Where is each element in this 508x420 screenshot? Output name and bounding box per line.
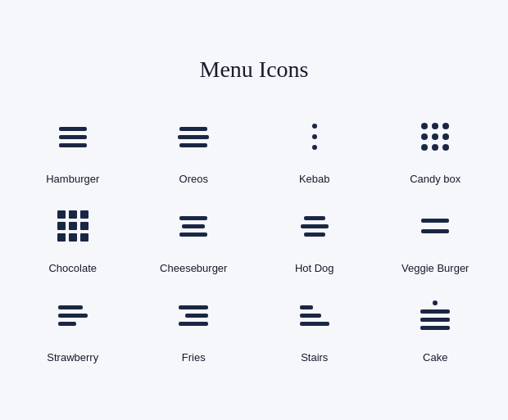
oreos-icon: [169, 112, 218, 161]
oreos-label: Oreos: [179, 173, 208, 185]
chocolate-label: Chocolate: [48, 262, 97, 274]
strawberry-label: Strawberry: [47, 351, 98, 364]
icon-cell-chocolate: Chocolate: [16, 201, 129, 274]
cake-icon: [410, 291, 460, 340]
icon-cell-kebab: Kebab: [258, 112, 371, 185]
icons-grid: Hamburger Oreos Kebab: [16, 112, 492, 364]
hamburger-label: Hamburger: [46, 173, 99, 185]
hotdog-label: Hot Dog: [295, 262, 334, 274]
cake-label: Cake: [423, 351, 447, 364]
fries-label: Fries: [182, 351, 206, 364]
icon-cell-cheeseburger: Cheeseburger: [138, 201, 251, 274]
fries-icon: [169, 291, 218, 340]
hamburger-icon: [48, 112, 98, 161]
veggieburger-label: Veggie Burger: [401, 262, 469, 274]
chocolate-icon: [48, 201, 98, 251]
candybox-icon: [410, 112, 460, 161]
icon-cell-candybox: Candy box: [379, 112, 492, 185]
icon-cell-cake: Cake: [379, 291, 492, 364]
page: Menu Icons Hamburger Oreos: [0, 32, 508, 388]
icon-cell-hamburger: Hamburger: [16, 112, 129, 185]
kebab-label: Kebab: [299, 173, 330, 185]
stairs-icon: [290, 291, 339, 340]
cheeseburger-label: Cheeseburger: [160, 262, 227, 274]
page-title: Menu Icons: [16, 56, 492, 83]
kebab-icon: [290, 112, 339, 161]
icon-cell-strawberry: Strawberry: [16, 291, 129, 364]
cheeseburger-icon: [169, 201, 218, 251]
strawberry-icon: [48, 291, 98, 340]
icon-cell-hotdog: Hot Dog: [258, 201, 371, 274]
icon-cell-oreos: Oreos: [138, 112, 251, 185]
candybox-label: Candy box: [410, 173, 460, 185]
icon-cell-veggieburger: Veggie Burger: [379, 201, 492, 274]
icon-cell-fries: Fries: [138, 291, 251, 364]
stairs-label: Stairs: [301, 351, 328, 364]
hotdog-icon: [290, 201, 339, 251]
veggieburger-icon: [410, 201, 460, 251]
icon-cell-stairs: Stairs: [258, 291, 371, 364]
